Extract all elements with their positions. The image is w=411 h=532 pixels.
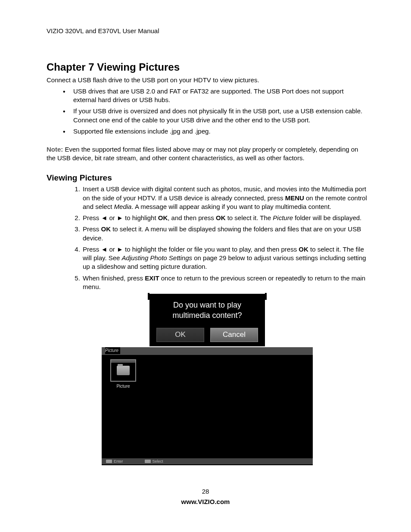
chapter-title: Chapter 7 Viewing Pictures: [47, 60, 368, 74]
list-item: Supported file extensions include .jpg a…: [73, 127, 368, 136]
ok-key-icon: [106, 460, 112, 463]
step-text: to select it. The: [226, 214, 273, 221]
bullet-list: USB drives that are USB 2.0 and FAT or F…: [47, 87, 368, 136]
list-item: USB drives that are USB 2.0 and FAT or F…: [73, 87, 368, 105]
dialog-message: Do you want to play multimedia content?: [149, 300, 265, 321]
note-label: Note:: [47, 146, 63, 153]
dialog-line: Do you want to play: [173, 301, 241, 309]
step-text: Press ◄ or ► to highlight: [83, 214, 158, 221]
hint-enter: Enter: [106, 458, 123, 464]
browser-title: Picture: [105, 347, 120, 354]
step-text: to select it. A menu will be displayed s…: [83, 225, 361, 241]
step-bold: MENU: [285, 194, 304, 202]
list-item: Press ◄ or ► to highlight OK, and then p…: [82, 214, 368, 222]
list-item: Insert a USB device with digital content…: [82, 185, 368, 211]
folder-label: Picture: [110, 383, 136, 389]
step-text: Press: [83, 225, 101, 233]
folder-thumbnail: [110, 359, 136, 382]
list-item: Press OK to select it. A menu will be di…: [82, 225, 368, 243]
browser-hint-bar: Enter Select: [102, 458, 313, 464]
list-item: When finished, press EXIT once to return…: [82, 274, 368, 292]
intro-text: Connect a USB flash drive to the USB por…: [47, 76, 368, 84]
document-header: VIZIO 320VL and E370VL User Manual: [47, 27, 368, 35]
folder-icon: [117, 366, 130, 375]
hint-label: Enter: [114, 459, 123, 464]
multimedia-dialog: Do you want to play multimedia content? …: [149, 294, 265, 346]
step-italic: Adjusting Photo Settings: [122, 254, 192, 261]
step-text: When finished, press: [83, 274, 145, 282]
hint-label: Select: [153, 459, 163, 464]
picture-folder[interactable]: Picture: [110, 359, 136, 389]
step-text: Press ◄ or ► to highlight the folder or …: [83, 246, 299, 253]
dialog-line: multimedia content?: [172, 311, 242, 320]
list-item: Press ◄ or ► to highlight the folder or …: [82, 245, 368, 271]
step-text: , and then press: [168, 214, 216, 221]
step-bold: OK: [158, 214, 168, 221]
dialog-button-row: OK Cancel: [149, 328, 265, 342]
list-item: If your USB drive is oversized and does …: [73, 107, 368, 124]
step-bold: EXIT: [145, 274, 159, 282]
browser-title-bar: Picture: [102, 347, 313, 355]
page-footer: 28 www.VIZIO.com: [0, 487, 411, 507]
note-body: Even the supported format files listed a…: [47, 146, 358, 162]
step-text: . A message will appear asking if you wa…: [131, 203, 331, 210]
hint-select: Select: [145, 458, 163, 464]
step-bold: OK: [101, 225, 111, 233]
cancel-button[interactable]: Cancel: [210, 328, 258, 342]
step-italic: Media: [114, 203, 132, 210]
ok-button[interactable]: OK: [156, 328, 204, 342]
page-number: 28: [0, 487, 411, 496]
footer-url: www.VIZIO.com: [0, 498, 411, 506]
note-paragraph: Note: Even the supported format files li…: [47, 145, 368, 163]
arrow-keys-icon: [145, 460, 151, 463]
step-bold: OK: [299, 246, 308, 253]
picture-browser: Picture Picture Enter Select: [102, 347, 313, 465]
step-list: Insert a USB device with digital content…: [47, 185, 368, 291]
section-heading: Viewing Pictures: [47, 172, 368, 184]
step-text: folder will be displayed.: [293, 214, 361, 221]
step-italic: Picture: [273, 214, 293, 221]
step-bold: OK: [216, 214, 226, 221]
